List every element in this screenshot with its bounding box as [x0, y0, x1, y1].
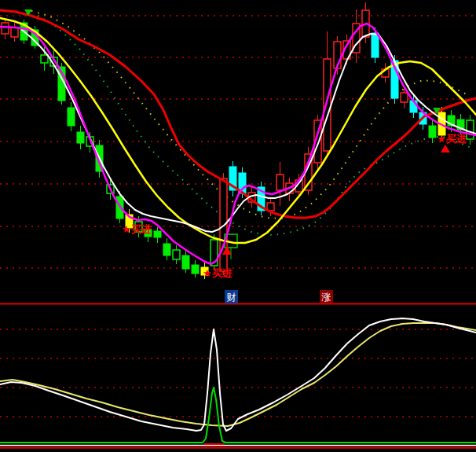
candle-body [173, 250, 180, 259]
candle-body [276, 175, 284, 190]
candle-body [401, 93, 408, 102]
candlestick-chart-canvas[interactable]: ★买进★买进★买进财涨 [0, 0, 476, 452]
candle-body [372, 33, 379, 57]
candle-body [163, 244, 170, 255]
candle-body [467, 120, 474, 139]
candle-body [77, 132, 84, 143]
tag-zhang-text: 涨 [321, 292, 331, 303]
candle-body [192, 265, 199, 274]
buy-signal-label: ★买进 [122, 223, 152, 235]
buy-signal-label: ★买进 [203, 267, 233, 279]
candle-body [182, 255, 189, 269]
stock-chart-window: ★买进★买进★买进财涨 [0, 0, 476, 452]
chart-background [0, 0, 476, 452]
candle-body [429, 126, 436, 138]
buy-signal-label: ★买进 [437, 133, 467, 145]
candle-body [41, 55, 48, 63]
tag-cai-text: 财 [227, 292, 236, 303]
candle-body [68, 108, 75, 126]
tag-zhang[interactable]: 涨 [320, 290, 333, 303]
candle-body [154, 231, 161, 237]
candle-body [2, 23, 9, 34]
tag-cai[interactable]: 财 [225, 290, 238, 303]
candle-body [324, 59, 331, 151]
candle-body [11, 28, 18, 37]
